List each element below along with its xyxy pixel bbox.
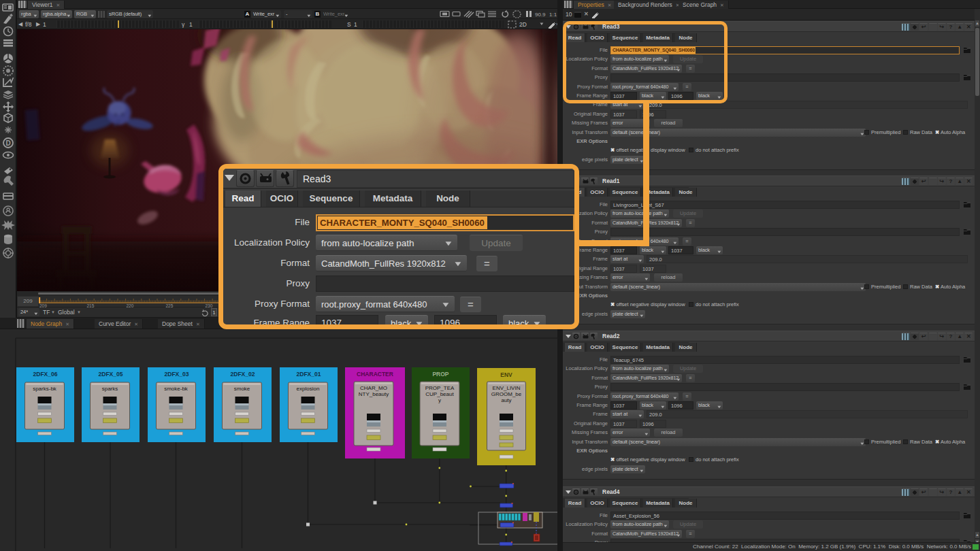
svg-text:smoke: smoke [234,386,250,392]
svg-text:2DFX_06: 2DFX_06 [33,371,58,378]
svg-text:PROP_TEA: PROP_TEA [425,385,455,391]
svg-text:sparks-bk: sparks-bk [33,386,57,392]
svg-text:CUP_beaut: CUP_beaut [425,391,454,397]
svg-text:auty: auty [501,397,511,403]
svg-text:1:1: 1:1 [549,12,557,18]
svg-text:GROOM_be: GROOM_be [491,391,522,397]
svg-text:ENV_LIVIN: ENV_LIVIN [493,385,521,391]
svg-text:CHAR_MO: CHAR_MO [360,385,387,391]
svg-text:smoke-bk: smoke-bk [164,386,189,392]
svg-text:sparks: sparks [102,386,118,392]
svg-text:D: D [5,139,10,147]
svg-text:NTY_beauty: NTY_beauty [359,391,389,397]
svg-text:2DFX_01: 2DFX_01 [297,371,321,378]
svg-text:PROP: PROP [432,371,448,378]
svg-text:2DFX_02: 2DFX_02 [231,371,255,378]
svg-text:explosion: explosion [297,386,320,392]
svg-text:CHARACTER: CHARACTER [357,371,393,378]
svg-text:2DFX_05: 2DFX_05 [99,371,123,378]
svg-text:ENV: ENV [500,371,512,378]
svg-text:2DFX_03: 2DFX_03 [165,371,189,378]
svg-text:90.9: 90.9 [535,12,546,18]
svg-text:y: y [438,397,441,403]
